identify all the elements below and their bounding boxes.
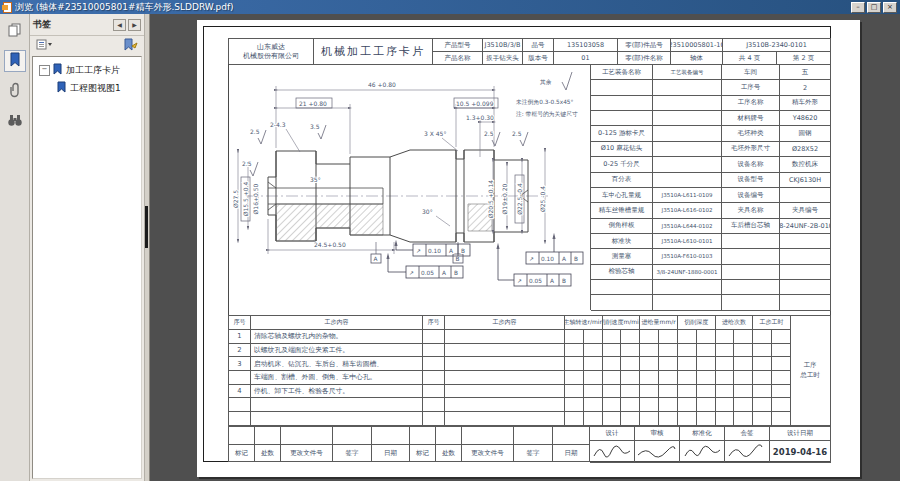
step-cell (423, 357, 445, 371)
step-cell (659, 371, 678, 385)
step-cell (659, 357, 678, 371)
step-cell: 以螺纹孔及端面定位夹紧工件。 (251, 344, 423, 358)
field-cell: 设备编号 (722, 188, 780, 203)
step-cell (697, 385, 716, 399)
step-cell (640, 412, 659, 426)
step-cell (734, 344, 753, 358)
bookmarks-toolbar (30, 36, 144, 55)
step-cell (423, 330, 445, 344)
tooling-cell: 3/8-24UNF-1880-0001 (653, 265, 722, 280)
pages-icon (7, 22, 23, 41)
step-cell (734, 330, 753, 344)
step-cell (753, 330, 772, 344)
svg-text:1.3+0.30: 1.3+0.30 (466, 114, 494, 121)
step-cell (640, 330, 659, 344)
app-icon (2, 2, 12, 12)
signoff-label-cell: 会签 (725, 427, 770, 441)
attachments-panel-button[interactable] (4, 80, 26, 102)
revision-cell (255, 427, 281, 445)
svg-text:2-4.3: 2-4.3 (270, 121, 286, 128)
close-button[interactable]: × (883, 2, 897, 13)
tooling-cell (653, 142, 722, 157)
svg-text:Ø25 -0.4: Ø25 -0.4 (539, 186, 546, 212)
design-date: 2019-04-16 (770, 441, 831, 463)
search-panel-button[interactable] (4, 110, 26, 132)
revision-block: 标记处数更改文件号签字日期标记处数更改文件号签字日期 (228, 426, 590, 462)
step-cell (445, 330, 565, 344)
step-cell (603, 398, 622, 412)
title-block: 山东威达机械股份有限公司 机械加工工序卡片 产品型号 J3510B/3/B 品号… (228, 38, 831, 64)
new-bookmark-button[interactable] (120, 38, 140, 53)
step-cell (659, 330, 678, 344)
steps-table-rows: 1清除芯轴及螺纹孔内的杂物。2以螺纹孔及端面定位夹紧工件。3启动机床、钻沉孔、车… (228, 330, 790, 426)
review-signature (635, 441, 680, 463)
window-titlebar: 浏览 (轴体#23510005801#精车外形.SLDDRW.pdf) – □ … (0, 0, 900, 14)
svg-text:10.5 +0.099: 10.5 +0.099 (456, 100, 494, 107)
field-cell: 设备名称 (722, 157, 780, 172)
bookmark-item-root[interactable]: − 加工工序卡片 (37, 61, 141, 79)
tooling-cell: J3510A-L644-0102 (653, 219, 722, 234)
step-cell (640, 371, 659, 385)
step-cell (565, 385, 584, 399)
field-cell: 圆钢 (780, 126, 831, 141)
field-cell (780, 234, 831, 249)
card-title: 机械加工工序卡片 (314, 39, 433, 65)
svg-text:3.5: 3.5 (310, 123, 320, 130)
bookmarks-panel-button[interactable] (4, 50, 26, 72)
field-cell: 工序号 (722, 80, 780, 95)
step-cell (423, 344, 445, 358)
signoff-label-cell: 标准化 (680, 427, 725, 441)
steps-header-cell: 主轴转速r/min (565, 316, 603, 330)
step-cell (621, 371, 640, 385)
field-cell: 工序名称 (722, 96, 780, 111)
signoff-label-cell: 设计 (590, 427, 635, 441)
step-cell (678, 344, 697, 358)
svg-text:2.5: 2.5 (242, 160, 252, 167)
steps-header-cell: 工步工时 (753, 316, 791, 330)
step-cell (716, 357, 735, 371)
process-fields-table: 车间五工序号2工序名称精车外形材料牌号Y48620毛坯种类圆钢毛坯外形尺寸Ø28… (722, 64, 831, 310)
step-cell (697, 398, 716, 412)
item-no-label: 品号 (523, 39, 554, 52)
options-menu-button[interactable] (34, 38, 54, 53)
expand-panel-button[interactable]: ▶ (128, 19, 141, 31)
window-title: 浏览 (轴体#23510005801#精车外形.SLDDRW.pdf) (15, 1, 234, 14)
field-cell: 车间 (722, 65, 780, 80)
pages-panel-button[interactable] (4, 20, 26, 42)
countersign-signature (725, 441, 770, 463)
bookmarks-panel: 书签 ◀ ▶ − (30, 14, 145, 481)
step-cell (229, 371, 251, 385)
field-cell: 2 (780, 80, 831, 95)
maximize-button[interactable]: □ (867, 2, 881, 13)
expander-icon[interactable]: − (39, 65, 50, 76)
bookmarks-header: 书签 ◀ ▶ (30, 14, 144, 36)
minimize-button[interactable]: – (851, 2, 865, 13)
tooling-cell (653, 126, 722, 141)
application-window: 浏览 (轴体#23510005801#精车外形.SLDDRW.pdf) – □ … (0, 0, 900, 481)
field-cell (780, 265, 831, 280)
document-area[interactable]: 山东威达机械股份有限公司 机械加工工序卡片 产品型号 J3510B/3/B 品号… (150, 14, 900, 481)
step-cell (565, 344, 584, 358)
step-cell (678, 398, 697, 412)
revision-cell: 日期 (372, 445, 410, 462)
svg-text:0.10: 0.10 (541, 256, 554, 262)
field-cell: 毛坯种类 (722, 126, 780, 141)
step-cell (229, 398, 251, 412)
tooling-cell (591, 111, 653, 126)
step-cell (640, 385, 659, 399)
splitter-handle[interactable] (145, 206, 148, 248)
revision-cell (229, 427, 255, 445)
step-cell (678, 412, 697, 426)
svg-text:A: A (449, 248, 453, 254)
bookmark-label: 加工工序卡片 (66, 64, 120, 77)
step-cell: 3 (229, 357, 251, 371)
svg-text:2.5: 2.5 (512, 130, 522, 137)
bookmark-item-view1[interactable]: 工程图视图1 (55, 79, 141, 97)
svg-text:Ø19±0.20: Ø19±0.20 (501, 183, 508, 214)
collapse-panel-button[interactable]: ◀ (113, 19, 126, 31)
step-cell (716, 398, 735, 412)
step-cell (584, 412, 603, 426)
svg-text:A: A (562, 256, 566, 262)
svg-text:B: B (562, 278, 566, 284)
field-cell (722, 234, 780, 249)
